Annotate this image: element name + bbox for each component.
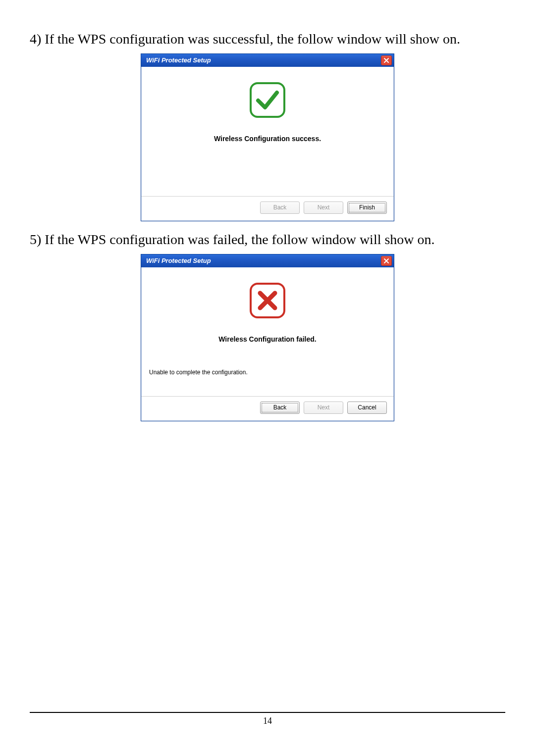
dialog-body: Wireless Configuration success. [141, 67, 394, 196]
dialog-title: WiFi Protected Setup [146, 257, 211, 264]
dialog-success: WiFi Protected Setup Wireless Configurat… [141, 53, 394, 221]
close-icon [383, 57, 389, 63]
back-button[interactable]: Back [260, 402, 300, 414]
next-button: Next [304, 402, 343, 414]
back-button: Back [260, 202, 300, 214]
failure-icon [249, 282, 286, 320]
dialog-failed-wrap: WiFi Protected Setup Wireless Configurat… [30, 254, 505, 421]
next-button: Next [304, 202, 343, 214]
finish-button[interactable]: Finish [347, 202, 387, 214]
instruction-step4: 4) If the WPS configuration was successf… [30, 30, 505, 49]
page-footer: 14 [30, 712, 505, 726]
instruction-step5: 5) If the WPS configuration was failed, … [30, 230, 505, 249]
titlebar: WiFi Protected Setup [141, 54, 394, 67]
dialog-title: WiFi Protected Setup [146, 56, 211, 64]
sub-text: Unable to complete the configuration. [149, 369, 248, 376]
close-button[interactable] [381, 55, 392, 65]
status-text: Wireless Configuration failed. [218, 335, 316, 343]
svg-rect-0 [251, 83, 284, 117]
titlebar: WiFi Protected Setup [141, 254, 394, 267]
dialog-failed: WiFi Protected Setup Wireless Configurat… [141, 254, 394, 421]
close-icon [383, 258, 389, 264]
close-button[interactable] [381, 256, 392, 266]
dialog-footer: Back Next Finish [141, 196, 394, 221]
footer-rule [30, 712, 505, 713]
page-number: 14 [30, 716, 505, 726]
cancel-button[interactable]: Cancel [347, 402, 387, 414]
dialog-success-wrap: WiFi Protected Setup Wireless Configurat… [30, 53, 505, 221]
dialog-footer: Back Next Cancel [141, 396, 394, 421]
status-text: Wireless Configuration success. [214, 135, 321, 143]
success-icon [249, 82, 286, 120]
dialog-body: Wireless Configuration failed. Unable to… [141, 267, 394, 396]
